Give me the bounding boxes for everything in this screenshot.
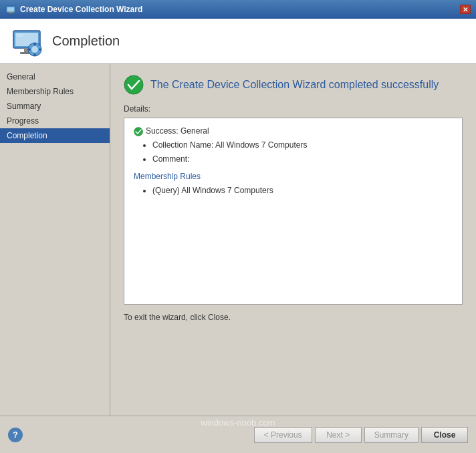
svg-rect-1 — [7, 7, 14, 11]
next-button[interactable]: Next > — [315, 427, 362, 443]
wizard-body: General Membership Rules Summary Progres… — [0, 64, 476, 416]
header-title: Completion — [52, 33, 120, 49]
titlebar-icon — [5, 4, 16, 15]
success-banner: The Create Device Collection Wizard comp… — [124, 75, 463, 95]
details-label: Details: — [124, 104, 463, 114]
svg-rect-3 — [7, 13, 14, 13]
sidebar-item-completion[interactable]: Completion — [0, 128, 110, 143]
svg-rect-12 — [34, 53, 36, 56]
footer-buttons: < Previous Next > Summary Close — [254, 427, 468, 443]
svg-rect-14 — [39, 48, 41, 50]
svg-point-10 — [31, 46, 38, 53]
sidebar-item-summary[interactable]: Summary — [0, 99, 110, 114]
exit-note: To exit the wizard, click Close. — [124, 313, 463, 322]
success-general-text: Success: General — [146, 125, 209, 138]
membership-heading: Membership Rules — [134, 170, 453, 183]
small-check-icon — [134, 127, 143, 136]
success-title: The Create Device Collection Wizard comp… — [150, 79, 439, 91]
general-details-list: Collection Name: All Windows 7 Computers… — [152, 139, 453, 166]
title-bar: Create Device Collection Wizard ✕ — [0, 0, 476, 19]
svg-rect-6 — [17, 34, 23, 37]
sidebar-item-progress[interactable]: Progress — [0, 114, 110, 128]
svg-rect-2 — [9, 11, 13, 13]
sidebar: General Membership Rules Summary Progres… — [0, 64, 110, 416]
svg-rect-13 — [28, 48, 31, 50]
header-icon — [11, 25, 43, 57]
svg-point-15 — [124, 76, 143, 94]
membership-query-item: (Query) All Windows 7 Computers — [152, 184, 453, 197]
content-area: The Create Device Collection Wizard comp… — [110, 64, 476, 416]
details-box: Success: General Collection Name: All Wi… — [124, 118, 463, 305]
help-button[interactable]: ? — [8, 428, 23, 442]
titlebar-text: Create Device Collection Wizard — [20, 5, 142, 14]
previous-button[interactable]: < Previous — [254, 427, 312, 443]
summary-button[interactable]: Summary — [364, 427, 419, 443]
success-line: Success: General — [134, 125, 453, 138]
success-icon — [124, 75, 144, 95]
close-button[interactable]: Close — [421, 427, 468, 443]
sidebar-item-membership-rules[interactable]: Membership Rules — [0, 84, 110, 99]
comment-item: Comment: — [152, 153, 453, 166]
close-button[interactable]: ✕ — [460, 5, 471, 14]
membership-list: (Query) All Windows 7 Computers — [152, 184, 453, 197]
sidebar-item-general[interactable]: General — [0, 69, 110, 84]
wizard-header: Completion — [0, 19, 476, 64]
wizard-footer: ? < Previous Next > Summary Close — [0, 416, 476, 453]
svg-rect-11 — [34, 43, 36, 45]
collection-name-item: Collection Name: All Windows 7 Computers — [152, 139, 453, 152]
